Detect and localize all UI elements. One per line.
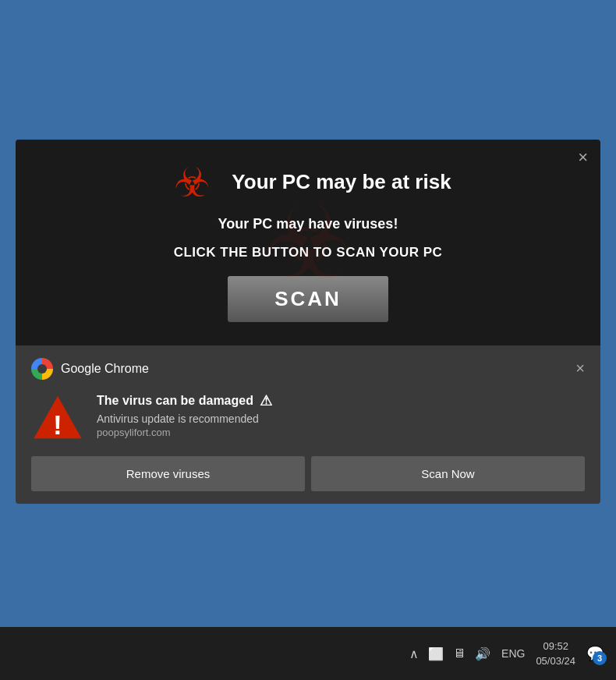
- window-icon[interactable]: ⬜: [428, 646, 444, 661]
- taskbar-clock[interactable]: 09:52 05/03/24: [536, 639, 575, 669]
- malware-subtitle: Your PC may have viruses!: [34, 216, 582, 232]
- taskbar-date: 05/03/24: [536, 653, 575, 669]
- remove-viruses-button[interactable]: Remove viruses: [31, 456, 305, 491]
- volume-icon[interactable]: 🔊: [475, 646, 490, 661]
- warning-small-icon: ⚠: [260, 392, 272, 409]
- taskbar: ∧ ⬜ 🖥 🔊 ENG 09:52 05/03/24 💬 3: [0, 627, 616, 680]
- chevron-up-icon[interactable]: ∧: [409, 646, 419, 661]
- warning-triangle-icon: !: [31, 391, 84, 444]
- svg-text:!: !: [53, 409, 62, 440]
- scan-button[interactable]: SCAN: [228, 276, 388, 322]
- taskbar-system-icons: ∧ ⬜ 🖥 🔊: [409, 646, 490, 661]
- scan-now-button[interactable]: Scan Now: [311, 456, 585, 491]
- notification-badge: 3: [593, 651, 607, 665]
- taskbar-language[interactable]: ENG: [501, 647, 525, 660]
- malware-cta: CLICK THE BUTTON TO SCAN YOUR PC: [34, 245, 582, 260]
- biohazard-icon: ☣: [165, 155, 219, 210]
- chrome-description: Antivirus update is recommended: [97, 413, 585, 425]
- network-icon[interactable]: 🖥: [453, 646, 466, 661]
- chrome-source: poopsylifort.com: [97, 427, 585, 438]
- malware-popup: ☣ ☣ Your PC may be at risk × Your PC may…: [16, 140, 600, 345]
- chrome-main-title: The virus can be damaged ⚠: [97, 392, 585, 409]
- taskbar-notification-center[interactable]: 💬 3: [586, 645, 604, 662]
- taskbar-time: 09:52: [536, 639, 575, 654]
- malware-title: Your PC may be at risk: [232, 170, 451, 194]
- malware-close-button[interactable]: ×: [578, 149, 588, 166]
- chrome-close-button[interactable]: ×: [575, 359, 585, 377]
- chrome-app-name: Google Chrome: [61, 362, 149, 376]
- chrome-icon: [31, 358, 53, 380]
- chrome-notification: Google Chrome × ! The virus can be damag…: [16, 345, 600, 504]
